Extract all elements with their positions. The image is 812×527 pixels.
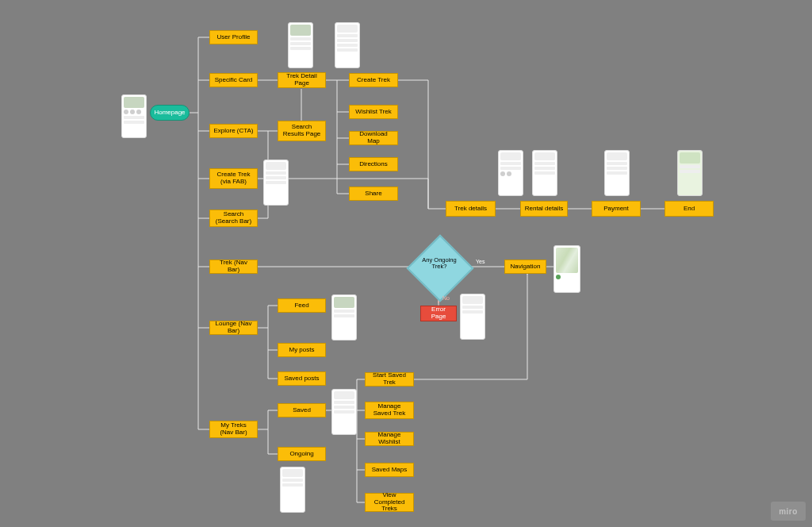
mockup-homepage	[121, 94, 147, 138]
diagram-canvas[interactable]: Homepage User Profile Specific Card Expl…	[0, 0, 812, 527]
label: Explore (CTA)	[213, 128, 253, 135]
label: Lounge (Nav Bar)	[213, 321, 254, 335]
label: My posts	[289, 347, 314, 354]
miro-watermark: miro	[771, 502, 806, 521]
label: Homepage	[154, 110, 185, 117]
node-share[interactable]: Share	[349, 187, 398, 201]
label: Manage Wishlist	[369, 432, 410, 446]
label: View Completed Treks	[369, 492, 410, 513]
node-view-completed[interactable]: View Completed Treks	[365, 493, 414, 512]
node-search-bar[interactable]: Search (Search Bar)	[209, 210, 258, 227]
mockup-create-trek	[335, 22, 360, 68]
mockup-trek-details	[498, 150, 523, 196]
node-feed[interactable]: Feed	[278, 298, 326, 313]
node-saved-maps[interactable]: Saved Maps	[365, 463, 414, 477]
node-start-saved-trek[interactable]: Start Saved Trek	[365, 372, 414, 387]
mockup-end	[677, 150, 703, 196]
node-explore-cta[interactable]: Explore (CTA)	[209, 124, 258, 138]
node-search-results[interactable]: Search Results Page	[278, 121, 326, 141]
node-lounge-nav[interactable]: Lounge (Nav Bar)	[209, 321, 258, 335]
node-rental-details[interactable]: Rental details	[520, 201, 568, 217]
decision-label: Any Ongoing Trek?	[416, 257, 463, 271]
label: Payment	[603, 206, 629, 213]
label: Rental details	[525, 206, 563, 213]
mockup-ongoing	[280, 467, 305, 513]
mockup-rental-details	[532, 150, 557, 196]
label: Error Page	[424, 306, 453, 321]
label: Search Results Page	[282, 124, 322, 138]
node-navigation[interactable]: Navigation	[504, 260, 546, 274]
label: My Treks (Nav Bar)	[213, 422, 254, 437]
label: Saved posts	[284, 375, 319, 383]
label: End	[684, 206, 695, 213]
label: Saved Maps	[372, 467, 407, 474]
mockup-search	[263, 160, 289, 206]
node-end[interactable]: End	[665, 201, 714, 217]
label: Ongoing	[289, 451, 313, 458]
mockup-feed	[331, 294, 357, 340]
label: Create Trek (via FAB)	[213, 171, 254, 186]
node-specific-card[interactable]: Specific Card	[209, 73, 258, 87]
node-trek-nav[interactable]: Trek (Nav Bar)	[209, 260, 258, 274]
label: User Profile	[217, 34, 251, 41]
mockup-navigation	[553, 245, 580, 293]
label: Start Saved Trek	[369, 372, 410, 387]
label: Trek (Nav Bar)	[213, 260, 254, 274]
node-ongoing[interactable]: Ongoing	[278, 447, 326, 461]
node-payment[interactable]: Payment	[592, 201, 641, 217]
label: Navigation	[511, 264, 541, 271]
node-directions[interactable]: Directions	[349, 157, 398, 171]
label: Trek Detail Page	[282, 73, 322, 87]
label: Search (Search Bar)	[213, 211, 254, 225]
node-create-trek-fab[interactable]: Create Trek (via FAB)	[209, 168, 258, 189]
node-wishlist-trek[interactable]: Wishlist Trek	[349, 105, 398, 119]
node-create-trek[interactable]: Create Trek	[349, 73, 398, 87]
label: Manage Saved Trek	[369, 403, 410, 417]
node-saved[interactable]: Saved	[278, 403, 326, 417]
label: Trek details	[454, 206, 487, 213]
node-my-posts[interactable]: My posts	[278, 343, 326, 357]
label: Saved	[293, 407, 311, 414]
node-download-map[interactable]: Download Map	[349, 131, 398, 145]
watermark-label: miro	[779, 507, 798, 516]
edge-yes: Yes	[476, 259, 485, 264]
node-error-page[interactable]: Error Page	[420, 306, 457, 321]
mockup-payment	[604, 150, 630, 196]
label: Specific Card	[215, 77, 253, 84]
mockup-trek-detail	[288, 22, 313, 68]
label: Feed	[294, 302, 308, 310]
node-saved-posts[interactable]: Saved posts	[278, 371, 326, 386]
label: Share	[365, 190, 381, 198]
node-my-treks-nav[interactable]: My Treks (Nav Bar)	[209, 421, 258, 438]
label: Create Trek	[357, 77, 390, 84]
edge-no: No	[442, 295, 450, 301]
node-trek-detail[interactable]: Trek Detail Page	[278, 72, 326, 88]
label: Download Map	[353, 131, 394, 145]
connector-lines	[0, 0, 812, 527]
node-manage-wishlist[interactable]: Manage Wishlist	[365, 432, 414, 446]
node-user-profile[interactable]: User Profile	[209, 30, 258, 44]
label: Wishlist Trek	[355, 109, 391, 116]
label: Directions	[359, 161, 388, 168]
mockup-error	[460, 294, 485, 340]
node-trek-details[interactable]: Trek details	[446, 201, 496, 217]
mockup-saved	[331, 389, 357, 435]
node-homepage[interactable]: Homepage	[150, 105, 190, 121]
node-manage-saved-trek[interactable]: Manage Saved Trek	[365, 402, 414, 419]
